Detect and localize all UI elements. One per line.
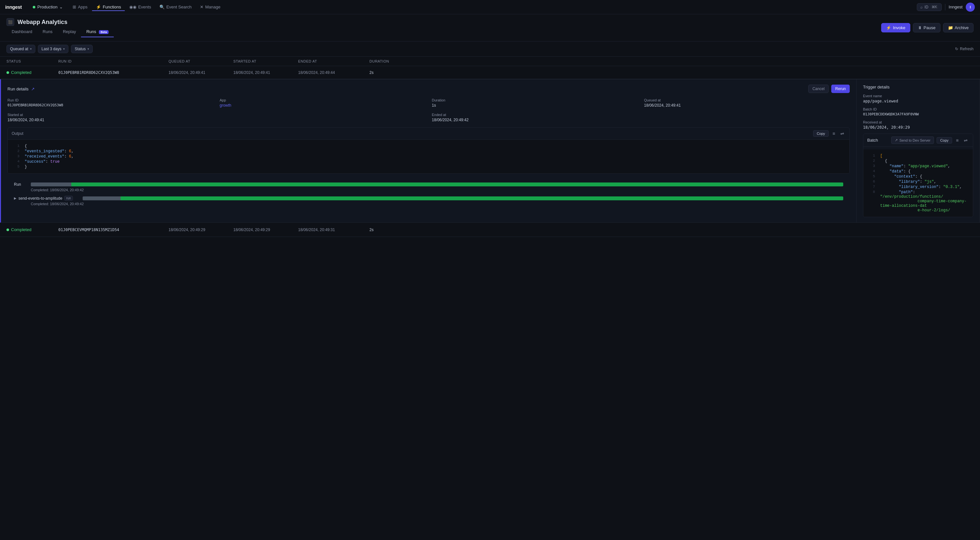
filter-queued-at[interactable]: Queued at ▾ — [6, 45, 35, 53]
cancel-button[interactable]: Cancel — [808, 84, 829, 93]
nav-events[interactable]: ◉◉ Events — [126, 3, 155, 11]
nav-apps[interactable]: ⊞ Apps — [69, 3, 91, 11]
timeline-run-row: Run — [14, 182, 843, 187]
timeline-child-row: ▶ send-events-to-amplitude run — [14, 196, 843, 201]
nav-links: ⊞ Apps ⚡ Functions ◉◉ Events 🔍 Event Sea… — [69, 3, 916, 11]
tab-dashboard[interactable]: Dashboard — [6, 27, 38, 37]
env-name: Production — [37, 5, 57, 10]
invoke-button[interactable]: ⚡ Invoke — [881, 23, 910, 32]
function-actions: ⚡ Invoke ⏸ Pause 📁 Archive — [881, 23, 974, 32]
timeline-run-sub: Completed: 18/06/2024, 20:49:42 — [14, 188, 843, 192]
output-code: 1{ 2"events_ingested": 6, 3"received_eve… — [8, 140, 850, 174]
archive-icon: 📁 — [948, 25, 953, 30]
function-title: Webapp Analytics — [18, 19, 67, 25]
env-selector[interactable]: Production ⌄ — [30, 3, 66, 11]
beta-badge: Beta — [99, 30, 108, 34]
send-to-dev-button[interactable]: ↗ Send to Dev Server — [891, 137, 934, 144]
batch-actions: ↗ Send to Dev Server Copy ≡ ⇌ — [891, 137, 969, 144]
run-meta-grid: Run ID 01J0PEBRB1RDR8D62CXV2Q53W8 App gr… — [8, 98, 850, 108]
send-icon: ↗ — [895, 138, 898, 142]
trigger-section: Trigger details Event name app/page.view… — [863, 84, 973, 217]
run-details-left: Run details ↗ Cancel Rerun Run ID 01J0PE… — [1, 80, 856, 222]
invoke-icon: ⚡ — [886, 25, 891, 30]
table-row[interactable]: Completed 01J0PEBRB1RDR8D62CXV2Q53W8 18/… — [0, 66, 980, 79]
event-search-icon: 🔍 — [159, 5, 165, 10]
run-id-cell: 01J0PEBCEVMQMP18N135MZ1D54 — [58, 228, 169, 232]
tab-runs[interactable]: Runs — [38, 27, 58, 37]
status-chevron-icon: ▾ — [88, 47, 89, 51]
rerun-button[interactable]: Rerun — [831, 84, 850, 93]
search-icon: ⌕ — [920, 5, 923, 10]
nav-event-search[interactable]: 🔍 Event Search — [156, 3, 196, 11]
meta-run-id: Run ID 01J0PEBRB1RDR8D62CXV2Q53W8 — [8, 98, 213, 108]
function-icon: ⬛ — [6, 18, 14, 26]
tab-runs-beta[interactable]: Runs Beta — [81, 27, 114, 37]
output-format-icon[interactable]: ≡ — [831, 130, 837, 137]
batch-copy-button[interactable]: Copy — [937, 137, 952, 143]
run-id-cell: 01J0PEBRB1RDR8D62CXV2Q53W8 — [58, 70, 169, 75]
run-details-panel: Run details ↗ Cancel Rerun Run ID 01J0PE… — [0, 79, 980, 223]
env-status-dot — [33, 6, 35, 8]
nav-right: ⌕ ID ⌘K Inngest I — [917, 3, 975, 12]
output-copy-button[interactable]: Copy — [813, 130, 829, 137]
batch-id-item: Batch ID 01J0PEBCDEKWQDK3A7FA9F0VNW — [863, 107, 973, 116]
received-at-item: Received at 18/06/2024, 20:49:29 — [863, 120, 973, 130]
functions-icon: ⚡ — [96, 5, 101, 10]
meta-duration: Duration 1s — [432, 98, 638, 108]
top-nav: inngest Production ⌄ ⊞ Apps ⚡ Functions … — [0, 0, 980, 14]
runs-table: Status Run ID Queued at Started at Ended… — [0, 57, 980, 237]
ended-at-cell: 18/06/2024, 20:49:31 — [298, 228, 369, 232]
refresh-icon: ↻ — [955, 47, 958, 51]
refresh-button[interactable]: ↻ Refresh — [955, 47, 974, 51]
env-chevron-icon: ⌄ — [59, 5, 63, 10]
timeline-child-bar — [83, 196, 843, 200]
filters-bar: Queued at ▾ Last 3 days ▾ Status ▾ ↻ Ref… — [0, 41, 980, 57]
function-header: ⬛ Webapp Analytics Dashboard Runs Replay… — [0, 14, 980, 41]
run-details-actions: Cancel Rerun — [808, 84, 850, 93]
function-title-row: ⬛ Webapp Analytics — [6, 18, 114, 26]
col-ended-at: Ended at — [298, 59, 369, 63]
archive-button[interactable]: 📁 Archive — [943, 23, 974, 32]
user-name: Inngest — [948, 5, 963, 10]
days-chevron-icon: ▾ — [63, 47, 65, 51]
duration-cell: 2s — [369, 70, 402, 75]
meta-app: App growth — [220, 98, 425, 108]
col-status: Status — [6, 59, 58, 63]
user-avatar[interactable]: I — [966, 3, 975, 12]
meta-queued-at: Queued at 18/06/2024, 20:49:41 — [644, 98, 850, 108]
table-header: Status Run ID Queued at Started at Ended… — [0, 57, 980, 66]
col-started-at: Started at — [233, 59, 298, 63]
queued-at-cell: 18/06/2024, 20:49:29 — [169, 228, 233, 232]
pause-icon: ⏸ — [918, 25, 922, 30]
apps-icon: ⊞ — [73, 5, 76, 10]
batch-code: 1[ 2 { 3 "name": "app/page.viewed", 4 "d… — [863, 150, 973, 217]
output-header: Output Copy ≡ ⇌ — [8, 128, 850, 140]
batch-wrap-icon[interactable]: ⇌ — [963, 137, 969, 143]
logo[interactable]: inngest — [5, 4, 22, 10]
queued-chevron-icon: ▾ — [30, 47, 32, 51]
filter-status[interactable]: Status ▾ — [71, 45, 93, 53]
queued-at-cell: 18/06/2024, 20:49:41 — [169, 70, 233, 75]
child-run-badge: run — [64, 196, 73, 201]
duration-cell: 2s — [369, 228, 402, 232]
toggle-icon[interactable]: ▶ — [14, 196, 16, 200]
output-actions: Copy ≡ ⇌ — [813, 130, 845, 137]
status-cell: Completed — [6, 227, 58, 232]
status-dot — [6, 228, 9, 231]
pause-button[interactable]: ⏸ Pause — [913, 23, 940, 32]
tab-replay[interactable]: Replay — [58, 27, 81, 37]
nav-functions[interactable]: ⚡ Functions — [92, 3, 125, 11]
filter-last-3-days[interactable]: Last 3 days ▾ — [38, 45, 68, 53]
table-row[interactable]: Completed 01J0PEBCEVMQMP18N135MZ1D54 18/… — [0, 223, 980, 237]
event-name-item: Event name app/page.viewed — [863, 94, 973, 104]
function-tabs: Dashboard Runs Replay Runs Beta — [6, 27, 114, 37]
started-at-cell: 18/06/2024, 20:49:41 — [233, 70, 298, 75]
batch-format-icon[interactable]: ≡ — [955, 137, 960, 143]
manage-icon: ✕ — [200, 5, 204, 10]
external-link-icon[interactable]: ↗ — [31, 86, 35, 91]
search-command[interactable]: ⌕ ID ⌘K — [917, 3, 942, 11]
nav-manage[interactable]: ✕ Manage — [196, 3, 224, 11]
output-wrap-icon[interactable]: ⇌ — [839, 130, 845, 137]
batch-header: Batch ↗ Send to Dev Server Copy ≡ ⇌ — [863, 134, 973, 147]
timeline-bar — [31, 183, 843, 186]
